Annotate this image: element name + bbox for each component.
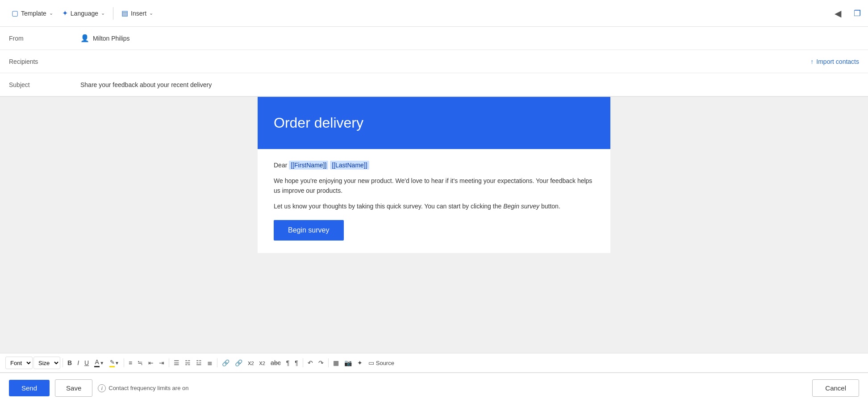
template-icon: ▢ bbox=[12, 9, 18, 17]
body-p2-italic: Begin survey bbox=[503, 203, 539, 210]
from-name: Milton Philips bbox=[93, 35, 129, 42]
recipients-label: Recipients bbox=[9, 58, 80, 65]
align-left-button[interactable]: ☰ bbox=[171, 357, 182, 369]
frequency-text: Contact frequency limits are on bbox=[108, 385, 188, 391]
undo-button[interactable]: ↶ bbox=[305, 357, 315, 369]
import-contacts-button[interactable]: ↑ Import contacts bbox=[810, 58, 859, 65]
indent-button[interactable]: ⇥ bbox=[157, 357, 167, 369]
language-button[interactable]: ✦ Language ⌄ bbox=[58, 6, 109, 20]
link-button[interactable]: 🔗 bbox=[220, 357, 232, 369]
formatting-toolbar: Font Size B I U A ▼ ✎ ▼ ≡ ≒ ⇤ ⇥ ☰ ☵ ☳ ≣ … bbox=[0, 353, 868, 373]
bold-button[interactable]: B bbox=[65, 357, 74, 369]
body-paragraph-2: Let us know your thoughts by taking this… bbox=[274, 201, 594, 211]
highlight-arrow: ▼ bbox=[115, 361, 119, 366]
email-wrapper: Order delivery Dear [[FirstName]] [[Last… bbox=[0, 97, 868, 353]
font-color-arrow: ▼ bbox=[100, 361, 104, 366]
language-chevron: ⌄ bbox=[101, 10, 105, 16]
dear-prefix: Dear bbox=[274, 162, 287, 169]
fmt-divider-4 bbox=[217, 358, 217, 367]
language-label: Language bbox=[71, 10, 98, 17]
ordered-list-button[interactable]: ≒ bbox=[135, 357, 145, 369]
redo-button[interactable]: ↷ bbox=[316, 357, 326, 369]
save-button[interactable]: Save bbox=[55, 379, 92, 397]
font-color-button[interactable]: A ▼ bbox=[92, 357, 106, 369]
toolbar-divider bbox=[113, 7, 113, 20]
subject-text: Share your feedback about your recent de… bbox=[80, 81, 212, 88]
cursor-indicator: ◀ bbox=[835, 8, 841, 19]
begin-survey-button[interactable]: Begin survey bbox=[274, 220, 344, 241]
fmt-divider-1 bbox=[63, 358, 63, 367]
email-body: Dear [[FirstName]] [[LastName]] We hope … bbox=[258, 149, 610, 253]
subscript-button[interactable]: x2 bbox=[257, 357, 267, 369]
frequency-notice: i Contact frequency limits are on bbox=[98, 384, 188, 392]
fmt-divider-3 bbox=[169, 358, 169, 367]
cancel-button[interactable]: Cancel bbox=[812, 379, 859, 397]
top-toolbar: ▢ Template ⌄ ✦ Language ⌄ ▤ Insert ⌄ ◀ ❐ bbox=[0, 0, 868, 27]
font-selector[interactable]: Font bbox=[5, 357, 33, 369]
dear-line: Dear [[FirstName]] [[LastName]] bbox=[274, 162, 594, 169]
underline-button[interactable]: U bbox=[82, 357, 91, 369]
unlink-button[interactable]: 🔗 bbox=[233, 357, 245, 369]
email-scroll-area[interactable]: Order delivery Dear [[FirstName]] [[Last… bbox=[0, 97, 868, 353]
source-button[interactable]: ▭ Source bbox=[366, 357, 397, 368]
template-button[interactable]: ▢ Template ⌄ bbox=[7, 6, 58, 20]
insert-button[interactable]: ▤ Insert ⌄ bbox=[117, 6, 158, 20]
subject-value: Share your feedback about your recent de… bbox=[80, 81, 859, 88]
source-icon: ▭ bbox=[368, 359, 374, 366]
recipients-input[interactable] bbox=[80, 58, 810, 65]
fmt-divider-6 bbox=[328, 358, 329, 367]
superscript-button[interactable]: x2 bbox=[246, 357, 256, 369]
from-row: From 👤 Milton Philips bbox=[0, 27, 868, 50]
email-canvas: Order delivery Dear [[FirstName]] [[Last… bbox=[258, 97, 610, 253]
outdent-button[interactable]: ⇤ bbox=[146, 357, 156, 369]
italic-button[interactable]: I bbox=[75, 357, 81, 369]
form-section: From 👤 Milton Philips Recipients ↑ Impor… bbox=[0, 27, 868, 97]
table-button[interactable]: ▦ bbox=[331, 357, 341, 369]
import-contacts-label: Import contacts bbox=[816, 58, 859, 65]
highlight-button[interactable]: ✎ ▼ bbox=[107, 357, 121, 369]
insert-icon: ▤ bbox=[121, 9, 128, 17]
size-selector[interactable]: Size bbox=[33, 357, 60, 369]
template-chevron: ⌄ bbox=[49, 10, 53, 16]
recipients-row: Recipients ↑ Import contacts bbox=[0, 50, 868, 73]
send-button[interactable]: Send bbox=[9, 380, 50, 396]
email-header-title: Order delivery bbox=[274, 115, 594, 131]
from-label: From bbox=[9, 35, 80, 42]
insert-label: Insert bbox=[131, 10, 146, 17]
user-icon: 👤 bbox=[80, 34, 89, 42]
highlight-icon: ✎ bbox=[109, 359, 115, 367]
import-icon: ↑ bbox=[810, 58, 814, 65]
expand-icon[interactable]: ❐ bbox=[854, 8, 861, 18]
body-paragraph-1: We hope you're enjoying your new product… bbox=[274, 176, 594, 196]
subject-row: Subject Share your feedback about your r… bbox=[0, 73, 868, 96]
language-icon: ✦ bbox=[62, 9, 68, 17]
unordered-list-button[interactable]: ≡ bbox=[126, 357, 134, 369]
bottom-bar: Send Save i Contact frequency limits are… bbox=[0, 373, 868, 403]
info-icon: i bbox=[98, 384, 106, 392]
source-label: Source bbox=[376, 360, 394, 366]
template-label: Template bbox=[21, 10, 46, 17]
body-p2-prefix: Let us know your thoughts by taking this… bbox=[274, 203, 503, 210]
lastname-tag: [[LastName]] bbox=[330, 161, 369, 170]
firstname-tag: [[FirstName]] bbox=[289, 161, 328, 170]
align-justify-button[interactable]: ≣ bbox=[205, 357, 215, 369]
fmt-divider-5 bbox=[303, 358, 303, 367]
format-block-button[interactable]: ¶ bbox=[284, 357, 292, 369]
strikethrough-button[interactable]: abc bbox=[268, 357, 283, 369]
fmt-divider-2 bbox=[124, 358, 124, 367]
align-center-button[interactable]: ☵ bbox=[183, 357, 193, 369]
remove-format-button[interactable]: ¶ bbox=[292, 357, 300, 369]
special-char-button[interactable]: ✦ bbox=[355, 357, 365, 369]
font-color-icon: A bbox=[94, 358, 100, 367]
email-header: Order delivery bbox=[258, 97, 610, 149]
subject-label: Subject bbox=[9, 81, 80, 88]
from-value: 👤 Milton Philips bbox=[80, 34, 859, 42]
insert-chevron: ⌄ bbox=[149, 10, 153, 16]
align-right-button[interactable]: ☳ bbox=[194, 357, 204, 369]
body-p2-suffix: button. bbox=[539, 203, 560, 210]
image-button[interactable]: 📷 bbox=[342, 357, 354, 369]
